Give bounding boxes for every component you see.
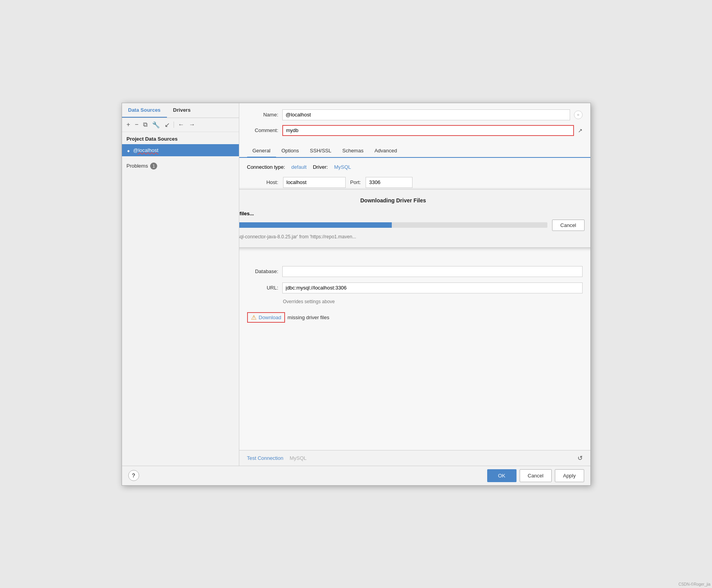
url-row: URL: <box>247 282 583 293</box>
conn-type-label: Connection type: <box>247 164 285 170</box>
download-status: Downloading 2 files... <box>239 211 585 216</box>
expand-comment-btn[interactable]: ↗ <box>578 127 583 134</box>
comment-row: Comment: ↗ <box>247 125 583 136</box>
conn-type-value[interactable]: default <box>291 164 307 170</box>
tab-options[interactable]: Options <box>276 145 305 158</box>
help-button[interactable]: ? <box>128 470 139 481</box>
tab-schemas[interactable]: Schemas <box>337 145 369 158</box>
download-warning-row: ⚠ Download missing driver files <box>247 312 583 323</box>
watermark: CSDN-©Roger_jia <box>678 582 710 586</box>
progress-bar-wrap <box>239 222 548 228</box>
database-input[interactable] <box>282 266 583 277</box>
tab-drivers[interactable]: Drivers <box>167 103 197 118</box>
dialog-footer: ? OK Cancel Apply <box>122 466 590 485</box>
host-port-row: Host: Port: <box>247 177 583 188</box>
tab-data-sources[interactable]: Data Sources <box>122 103 167 118</box>
right-top: Name: ○ Comment: ↗ <box>239 103 590 145</box>
ok-button[interactable]: OK <box>487 469 517 482</box>
back-button[interactable]: ← <box>176 120 186 129</box>
download-warning-box[interactable]: ⚠ Download <box>247 312 285 323</box>
name-label: Name: <box>247 112 278 118</box>
general-tabs: General Options SSH/SSL Schemas Advanced <box>239 145 590 158</box>
name-input[interactable] <box>282 109 570 120</box>
problems-badge: 1 <box>150 163 157 170</box>
download-link[interactable]: Download <box>259 315 282 320</box>
database-label: Database: <box>247 268 278 274</box>
apply-button[interactable]: Apply <box>555 469 584 482</box>
mysql-label: MySQL <box>290 455 307 461</box>
connection-type-row: Connection type: default Driver: MySQL <box>247 164 583 170</box>
comment-label: Comment: <box>247 127 278 133</box>
left-panel: Data Sources Drivers + − ⧉ 🔧 ↙ ← → Proje… <box>122 103 239 466</box>
left-header-tabs: Data Sources Drivers <box>122 103 239 118</box>
copy-button[interactable]: ⧉ <box>142 120 149 129</box>
cancel-button[interactable]: Cancel <box>520 469 552 482</box>
database-row: Database: <box>247 266 583 277</box>
tab-advanced[interactable]: Advanced <box>369 145 403 158</box>
remove-button[interactable]: − <box>133 120 140 129</box>
download-overlay: Downloading Driver Files Downloading 2 f… <box>239 189 590 248</box>
missing-driver-text: missing driver files <box>287 315 329 320</box>
port-label: Port: <box>350 179 361 185</box>
problems-section: Problems 1 <box>122 159 239 173</box>
progress-bar-fill <box>239 222 392 228</box>
name-row: Name: ○ <box>247 109 583 120</box>
url-sub-text: Overrides settings above <box>283 299 583 304</box>
name-circle-btn[interactable]: ○ <box>574 111 583 119</box>
test-connection-link[interactable]: Test Connection <box>247 455 283 461</box>
content-area: Connection type: default Driver: MySQL H… <box>239 158 590 450</box>
project-data-sources-title: Project Data Sources <box>122 132 239 144</box>
download-cancel-button[interactable]: Cancel <box>552 220 584 231</box>
right-panel: Name: ○ Comment: ↗ General Options SSH/S… <box>239 103 590 466</box>
bottom-bar: Test Connection MySQL ↺ <box>239 450 590 466</box>
problems-label: Problems <box>127 163 148 169</box>
warning-icon: ⚠ <box>251 314 256 321</box>
host-label: Host: <box>247 179 278 185</box>
driver-label: Driver: <box>313 164 328 170</box>
download-sub-text: Downloading 'mysql-connector-java-8.0.25… <box>239 234 585 239</box>
tab-general[interactable]: General <box>247 145 276 158</box>
main-dialog: Data Sources Drivers + − ⧉ 🔧 ↙ ← → Proje… <box>122 103 591 486</box>
port-input[interactable] <box>366 177 412 188</box>
wrench-button[interactable]: 🔧 <box>151 120 161 129</box>
driver-value[interactable]: MySQL <box>334 164 351 170</box>
left-toolbar: + − ⧉ 🔧 ↙ ← → <box>122 118 239 132</box>
tab-sshssl[interactable]: SSH/SSL <box>305 145 337 158</box>
url-input[interactable] <box>282 282 583 293</box>
host-input[interactable] <box>283 177 346 188</box>
toolbar-separator <box>174 122 174 128</box>
dialog-body: Data Sources Drivers + − ⧉ 🔧 ↙ ← → Proje… <box>122 103 590 466</box>
download-title: Downloading Driver Files <box>239 197 585 204</box>
progress-row: Cancel <box>239 220 585 231</box>
datasource-icon: ⬥ <box>127 147 130 154</box>
bottom-left: Test Connection MySQL <box>247 455 307 461</box>
datasource-label: @localhost <box>133 147 159 153</box>
reset-button[interactable]: ↺ <box>577 454 583 462</box>
add-button[interactable]: + <box>125 120 132 129</box>
url-label: URL: <box>247 285 278 291</box>
forward-button[interactable]: → <box>187 120 197 129</box>
import-button[interactable]: ↙ <box>163 120 171 129</box>
dialog-action-buttons: OK Cancel Apply <box>487 469 584 482</box>
datasource-name-text: @localhost <box>133 147 159 153</box>
datasource-item-localhost[interactable]: ⬥ @localhost <box>122 144 239 156</box>
comment-input[interactable] <box>282 125 574 136</box>
